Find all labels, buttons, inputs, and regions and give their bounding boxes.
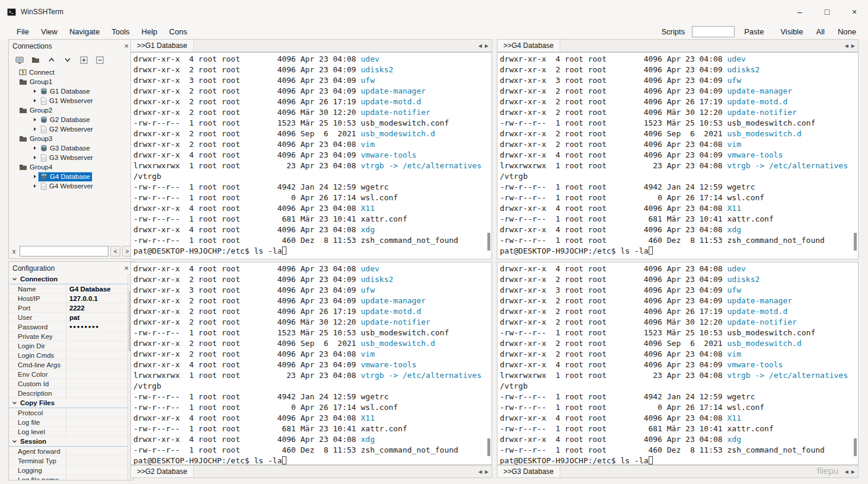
tree-item-group3[interactable]: Group3 [9,134,133,143]
config-section-copy-files[interactable]: Copy Files [9,398,127,408]
tree-item-group1[interactable]: Group1 [9,77,133,86]
none-button[interactable]: None [835,26,859,37]
expand-all-button[interactable] [78,54,90,66]
config-value-terminal-typ[interactable] [66,456,127,465]
config-value-description[interactable] [66,389,127,398]
config-value-log-level[interactable] [66,427,127,436]
config-value-logging[interactable] [66,466,127,475]
terminal-line: -rw-r--r-- 1 root root 4942 Jan 24 12:59… [500,182,858,193]
visible-button[interactable]: Visible [778,26,805,37]
tree-item-g3-webserver[interactable]: G3 Webserver [9,153,133,162]
search-prev-button[interactable]: < [110,246,120,257]
terminal-screen-g3[interactable]: drwxr-xr-x 4 root root 4096 Apr 23 04:08… [497,262,859,465]
tab-scroll-right-icon[interactable]: ▶ [851,43,855,49]
tree-item-g2-database[interactable]: G2 Database [9,115,133,124]
tree-item-g2-webserver[interactable]: G2 Webserver [9,124,133,134]
terminal-scrollbar-thumb[interactable] [854,233,857,251]
tab-scroll-right-icon[interactable]: ▶ [485,469,489,475]
menu-item-view[interactable]: View [35,25,63,38]
tree-item-group2[interactable]: Group2 [9,105,133,115]
terminal-line: drwxr-xr-x 2 root root 4096 Apr 23 04:09… [500,65,858,75]
config-value-log-file[interactable] [66,418,127,427]
config-value-password[interactable]: ●●●●●●●● [66,322,127,331]
add-folder-button[interactable] [30,54,42,66]
tree-item-g3-database[interactable]: G3 Database [9,143,133,153]
terminal-screen-g2[interactable]: drwxr-xr-x 4 root root 4096 Apr 23 04:08… [130,262,492,465]
terminal-line: drwxr-xr-x 2 root root 4096 Apr 23 04:08… [500,139,858,150]
tree-item-g4-webserver[interactable]: G4 Webserver [9,181,133,191]
close-button[interactable]: × [841,0,868,24]
search-input[interactable] [20,246,108,257]
tab-scroll-left-icon[interactable]: ◀ [845,43,848,49]
expand-all-icon [80,56,88,64]
menu-item-file[interactable]: File [11,25,35,38]
menu-item-navigate[interactable]: Navigate [63,25,106,38]
close-configuration-panel-button[interactable]: × [123,264,130,272]
item-arrow-icon [34,89,36,93]
terminal-line: -rw-r--r-- 1 root root 681 Mär 23 10:41 … [133,214,492,225]
config-value-agent-forward[interactable] [66,447,127,456]
config-value-private-key[interactable] [66,332,127,341]
maximize-button[interactable]: □ [813,0,841,24]
terminal-line: drwxr-xr-x 4 root root 4096 Apr 23 04:08… [133,434,492,445]
tree-item-g4-database[interactable]: G4 Database [9,172,133,181]
add-connection-button[interactable] [14,54,25,66]
search-clear-button[interactable]: x [10,248,18,255]
tab-g3-database[interactable]: >>G3 Database [497,466,560,477]
tab-scroll-right-icon[interactable]: ▶ [851,469,855,475]
terminal-scrollbar-thumb[interactable] [487,233,490,251]
menu-item-help[interactable]: Help [136,25,164,38]
tree-item-g1-database[interactable]: G1 Database [9,86,133,96]
config-value-log-file-name[interactable] [66,475,127,480]
tab-g1-database[interactable]: >>G1 Database [131,40,194,52]
collapse-all-button[interactable] [94,54,106,66]
config-value-custom-id[interactable] [66,379,127,388]
tree-item-group4[interactable]: Group4 [9,162,133,172]
terminal-line: drwxr-xr-x 2 root root 4096 Apr 23 04:08… [133,139,492,150]
config-value-user[interactable]: pat [66,313,127,322]
tab-scroll-left-icon[interactable]: ◀ [478,43,482,49]
terminal-line: /vtrgb [500,171,858,182]
connections-panel: Connections × ConnectGroup1G1 DatabaseG1… [8,39,134,259]
config-section-connection[interactable]: Connection [9,274,127,284]
connections-panel-header: Connections × [9,40,133,52]
terminal-line: -rw-r--r-- 1 root root 460 Dez 8 11:53 z… [500,445,858,456]
terminal-line: drwxr-xr-x 2 root root 4096 Mär 30 12:20… [500,107,858,118]
tab-scroll-left-icon[interactable]: ◀ [845,469,848,475]
menu-item-tools[interactable]: Tools [106,25,135,38]
config-value-name[interactable]: G4 Database [66,284,127,293]
tab-scroll-right-icon[interactable]: ▶ [485,43,489,49]
minimize-button[interactable]: – [786,0,813,24]
terminal-line: drwxr-xr-x 4 root root 4096 Apr 23 04:08… [500,203,858,214]
move-down-button[interactable] [62,54,74,66]
menu-item-cons[interactable]: Cons [163,25,193,38]
config-row-name: NameG4 Database [9,284,127,294]
config-section-session[interactable]: Session [9,437,127,447]
terminal-screen-g4[interactable]: drwxr-xr-x 4 root root 4096 Apr 23 04:08… [497,52,859,259]
config-value-host-ip[interactable]: 127.0.0.1 [66,294,127,303]
config-value-port[interactable]: 2222 [66,303,127,312]
terminal-screen-g1[interactable]: drwxr-xr-x 4 root root 4096 Apr 23 04:08… [130,52,492,259]
move-up-button[interactable] [46,54,58,66]
close-connections-panel-button[interactable]: × [123,42,130,50]
terminal-scrollbar-thumb[interactable] [487,438,490,456]
config-value-login-dir[interactable] [66,341,127,350]
terminal-line: drwxr-xr-x 4 root root 4096 Apr 23 04:08… [500,264,858,274]
terminal-line: drwxr-xr-x 2 root root 4096 Mär 30 12:20… [133,317,492,328]
config-value-login-cmds[interactable] [66,351,127,360]
terminal-line: drwxr-xr-x 2 root root 4096 Mär 30 12:20… [133,107,492,118]
scripts-input[interactable] [692,26,735,37]
tree-item-g1-webserver[interactable]: G1 Webserver [9,96,133,105]
config-value-protocol[interactable] [66,408,127,417]
tab-g2-database[interactable]: >>G2 Database [131,466,194,477]
config-value-env-color[interactable] [66,370,127,379]
terminal-scrollbar-thumb[interactable] [854,438,857,456]
config-value-cmd-line-args[interactable] [66,360,127,369]
item-arrow-icon [34,175,36,178]
tree-item-connect[interactable]: Connect [9,68,133,77]
tree-item-label: G2 Database [50,116,90,123]
tab-g4-database[interactable]: >>G4 Database [497,40,560,52]
all-button[interactable]: All [813,26,826,37]
tab-scroll-left-icon[interactable]: ◀ [478,469,482,475]
paste-button[interactable]: Paste [742,26,766,37]
